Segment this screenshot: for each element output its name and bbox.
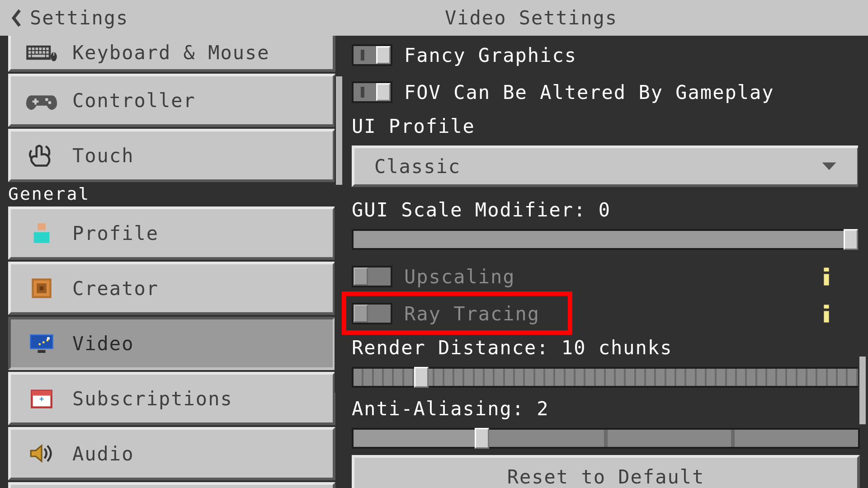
sidebar-item-label: Controller — [72, 89, 196, 112]
svg-rect-9 — [36, 51, 38, 54]
sidebar-item-subscriptions[interactable]: Subscriptions — [8, 372, 335, 425]
reset-label: Reset to Default — [507, 466, 705, 488]
svg-rect-19 — [33, 100, 39, 103]
video-icon — [25, 327, 58, 360]
svg-rect-6 — [46, 47, 49, 50]
sidebar-item-audio[interactable]: Audio — [8, 427, 335, 480]
ray-tracing-label: Ray Tracing — [404, 303, 540, 325]
fov-gameplay-toggle[interactable] — [352, 81, 392, 103]
svg-point-33 — [47, 337, 50, 340]
keyboard-icon — [25, 40, 58, 65]
sidebar-item-label: Touch — [72, 145, 134, 167]
svg-rect-1 — [28, 47, 31, 50]
chevron-left-icon — [11, 9, 24, 27]
sidebar-item-profile[interactable]: Profile — [8, 206, 335, 260]
svg-rect-2 — [32, 47, 35, 50]
svg-rect-42 — [824, 274, 829, 285]
sidebar-item-next[interactable] — [8, 482, 335, 488]
svg-rect-4 — [39, 47, 42, 50]
render-distance-heading: Render Distance: 10 chunks — [352, 337, 860, 359]
svg-rect-13 — [28, 55, 31, 57]
back-button[interactable]: Settings — [0, 7, 128, 29]
info-icon[interactable] — [820, 267, 833, 286]
sidebar-item-label: Profile — [72, 222, 159, 244]
main-scrollbar[interactable] — [858, 45, 867, 424]
header: Settings Video Settings — [0, 0, 868, 36]
svg-rect-14 — [32, 55, 45, 57]
info-icon[interactable] — [820, 305, 833, 323]
fancy-graphics-label: Fancy Graphics — [404, 44, 577, 66]
sidebar-item-keyboard-mouse[interactable]: Keyboard & Mouse — [8, 36, 335, 72]
sidebar-item-video[interactable]: Video — [8, 317, 335, 370]
sidebar-scrollbar[interactable] — [335, 76, 344, 393]
fancy-graphics-toggle[interactable] — [352, 44, 392, 66]
anti-aliasing-heading: Anti-Aliasing: 2 — [352, 398, 860, 420]
svg-rect-11 — [42, 51, 45, 54]
page-title: Video Settings — [0, 0, 868, 36]
toggle-row-fancy-graphics: Fancy Graphics — [352, 41, 860, 69]
ui-profile-heading: UI Profile — [352, 115, 860, 137]
sidebar-item-touch[interactable]: Touch — [8, 129, 335, 182]
upscaling-label: Upscaling — [404, 266, 515, 288]
main-panel: Fancy Graphics FOV Can Be Altered By Gam… — [344, 36, 868, 488]
reset-to-default-button[interactable]: Reset to Default — [352, 455, 860, 488]
slider-ticks — [354, 430, 858, 447]
svg-rect-8 — [32, 51, 35, 54]
svg-rect-5 — [42, 47, 45, 50]
svg-rect-44 — [824, 311, 829, 322]
toggle-row-upscaling: Upscaling — [352, 263, 860, 291]
creator-icon — [25, 272, 58, 305]
sidebar-item-label: Keyboard & Mouse — [72, 42, 270, 64]
ui-profile-value: Classic — [374, 155, 461, 178]
gui-scale-heading: GUI Scale Modifier: 0 — [352, 199, 860, 221]
svg-rect-3 — [36, 47, 38, 50]
back-label: Settings — [30, 7, 128, 29]
profile-icon — [25, 217, 58, 249]
svg-marker-39 — [31, 446, 42, 461]
chevron-down-icon — [821, 161, 837, 171]
ray-tracing-toggle[interactable] — [352, 303, 392, 324]
svg-rect-23 — [34, 232, 50, 243]
svg-rect-17 — [53, 52, 54, 56]
svg-point-21 — [48, 101, 52, 104]
anti-aliasing-slider[interactable] — [352, 428, 860, 449]
sidebar: Keyboard & Mouse Controller — [0, 36, 344, 488]
svg-point-20 — [45, 98, 48, 101]
svg-marker-40 — [822, 163, 836, 170]
svg-rect-38 — [41, 397, 42, 401]
svg-rect-27 — [40, 286, 44, 291]
touch-icon — [25, 139, 58, 172]
fov-gameplay-label: FOV Can Be Altered By Gameplay — [404, 81, 774, 103]
controller-icon — [25, 84, 58, 117]
svg-rect-12 — [46, 51, 49, 54]
svg-rect-30 — [39, 343, 41, 345]
sidebar-item-label: Audio — [72, 443, 134, 465]
svg-rect-43 — [824, 305, 829, 308]
svg-rect-7 — [28, 51, 31, 54]
svg-rect-15 — [46, 55, 49, 57]
sidebar-item-controller[interactable]: Controller — [8, 74, 335, 127]
gui-scale-slider[interactable] — [352, 229, 860, 250]
svg-rect-34 — [38, 350, 45, 353]
render-distance-slider[interactable] — [352, 367, 860, 388]
svg-rect-10 — [39, 51, 42, 54]
sidebar-section-general: General — [8, 184, 335, 204]
subscriptions-icon — [25, 382, 58, 415]
svg-rect-31 — [42, 342, 44, 343]
toggle-row-ray-tracing: Ray Tracing — [352, 300, 860, 328]
svg-rect-36 — [32, 391, 51, 396]
ui-profile-dropdown[interactable]: Classic — [352, 145, 860, 187]
svg-rect-22 — [38, 223, 45, 230]
sidebar-item-label: Video — [72, 333, 134, 355]
svg-rect-41 — [824, 267, 829, 271]
slider-ticks — [354, 369, 858, 386]
sidebar-item-label: Subscriptions — [72, 388, 233, 410]
upscaling-toggle[interactable] — [352, 266, 392, 287]
toggle-row-fov-gameplay: FOV Can Be Altered By Gameplay — [352, 78, 860, 106]
audio-icon — [25, 437, 58, 470]
sidebar-item-creator[interactable]: Creator — [8, 262, 335, 315]
sidebar-item-label: Creator — [72, 277, 159, 300]
